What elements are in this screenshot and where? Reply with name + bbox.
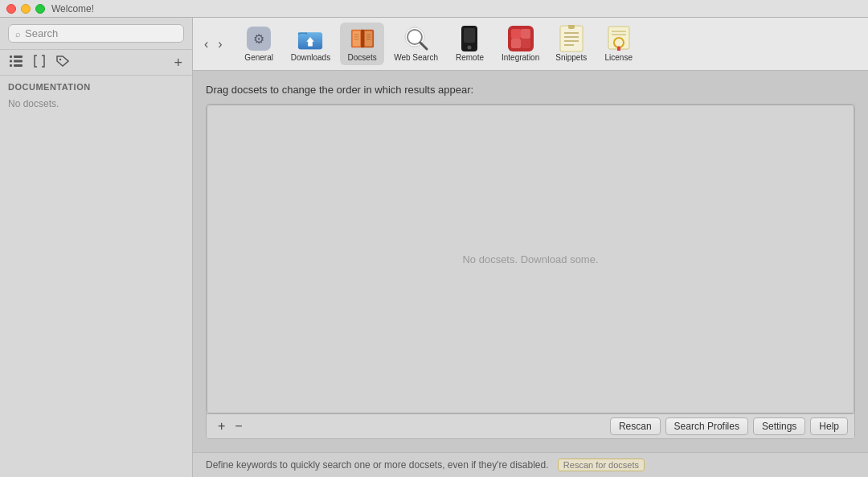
settings-button[interactable]: Settings <box>753 417 805 435</box>
svg-rect-31 <box>521 29 530 39</box>
svg-line-25 <box>420 43 427 49</box>
license-icon <box>606 26 632 51</box>
tag-icon-btn[interactable] <box>55 54 71 71</box>
drag-instruction: Drag docsets to change the order in whic… <box>206 84 855 96</box>
remove-docset-button[interactable]: − <box>230 418 247 434</box>
forward-button[interactable]: › <box>215 35 225 53</box>
docsets-empty-msg: No docsets. Download some. <box>462 253 598 265</box>
toolbar-item-docsets[interactable]: Docsets <box>340 23 384 65</box>
docsets-list-area: No docsets. Download some. <box>207 105 854 413</box>
tab-title: Welcome! <box>51 3 94 14</box>
add-button[interactable]: + <box>172 54 184 72</box>
add-docset-button[interactable]: + <box>213 418 230 434</box>
svg-text:⚙: ⚙ <box>253 32 264 46</box>
toolbar: ‹ › ⚙ General <box>193 18 868 71</box>
downloads-icon <box>297 26 323 51</box>
footer-text: Define keywords to quickly search one or… <box>206 459 549 471</box>
search-input[interactable] <box>25 27 177 39</box>
integration-label: Integration <box>502 53 539 62</box>
bracket-icon <box>34 55 45 68</box>
svg-point-28 <box>468 46 472 50</box>
sidebar-search-bar: ⌕ <box>0 18 192 50</box>
traffic-lights <box>6 4 45 14</box>
svg-rect-1 <box>14 56 23 58</box>
snippets-icon <box>559 26 584 51</box>
general-icon: ⚙ <box>246 26 272 51</box>
sidebar-toolbar: + <box>0 50 192 76</box>
list-icon <box>10 56 23 67</box>
snippets-label: Snippets <box>555 53 587 62</box>
svg-rect-4 <box>10 64 12 67</box>
svg-rect-22 <box>366 39 371 39</box>
rescan-tooltip-chip: Rescan for docsets <box>558 458 645 471</box>
svg-rect-32 <box>511 39 521 48</box>
content-area: ‹ › ⚙ General <box>193 18 868 477</box>
no-docsets-sidebar-msg: No docsets. <box>0 95 192 113</box>
integration-icon <box>508 26 534 51</box>
minimize-button[interactable] <box>21 4 31 14</box>
general-label: General <box>244 53 273 62</box>
toolbar-item-websearch[interactable]: Web Search <box>387 23 444 65</box>
svg-rect-34 <box>560 26 583 51</box>
prefs-panel: Drag docsets to change the order in whic… <box>193 71 868 452</box>
search-icon: ⌕ <box>15 29 21 39</box>
plus-minus-buttons: + − <box>213 418 248 434</box>
bracket-icon-btn[interactable] <box>32 53 47 72</box>
prefs-footer: Define keywords to quickly search one or… <box>193 452 868 477</box>
svg-rect-2 <box>10 60 12 63</box>
svg-rect-16 <box>361 30 364 48</box>
toolbar-item-general[interactable]: ⚙ General <box>237 23 281 65</box>
toolbar-item-integration[interactable]: Integration <box>495 23 546 65</box>
list-icon-btn[interactable] <box>8 54 24 71</box>
back-button[interactable]: ‹ <box>201 35 211 53</box>
action-buttons: Rescan Search Profiles Settings Help <box>610 417 848 435</box>
rescan-button[interactable]: Rescan <box>610 417 661 435</box>
title-bar: Welcome! <box>0 0 868 18</box>
docsets-bottom-bar: + − Rescan Search Profiles Settings Help <box>207 413 854 438</box>
license-label: License <box>605 53 633 62</box>
svg-rect-20 <box>366 34 371 35</box>
svg-rect-39 <box>568 25 575 29</box>
svg-rect-0 <box>10 56 12 58</box>
toolbar-item-downloads[interactable]: Downloads <box>285 23 337 65</box>
svg-rect-30 <box>511 29 521 39</box>
svg-rect-21 <box>366 36 371 37</box>
svg-rect-18 <box>354 36 358 37</box>
docsets-icon <box>350 26 375 51</box>
sidebar: ⌕ <box>0 18 193 477</box>
close-button[interactable] <box>6 4 16 14</box>
svg-rect-17 <box>354 34 358 35</box>
downloads-label: Downloads <box>291 53 330 62</box>
search-wrapper[interactable]: ⌕ <box>8 24 184 43</box>
toolbar-items: ⚙ General <box>237 23 641 65</box>
svg-rect-3 <box>14 60 23 63</box>
svg-rect-33 <box>521 39 530 48</box>
docsets-label: Docsets <box>348 53 377 62</box>
help-button[interactable]: Help <box>810 417 848 435</box>
maximize-button[interactable] <box>35 4 45 14</box>
websearch-label: Web Search <box>394 53 438 62</box>
main-container: ⌕ <box>0 18 868 477</box>
svg-rect-19 <box>354 39 358 39</box>
toolbar-item-remote[interactable]: Remote <box>448 23 492 65</box>
tag-icon <box>56 56 69 67</box>
docsets-list: No docsets. Download some. + − Rescan Se… <box>206 104 855 439</box>
toolbar-item-license[interactable]: License <box>596 23 641 65</box>
nav-arrows: ‹ › <box>201 35 226 53</box>
svg-rect-5 <box>14 64 23 67</box>
search-profiles-button[interactable]: Search Profiles <box>665 417 748 435</box>
documentation-label: DOCUMENTATION <box>0 76 192 95</box>
svg-point-6 <box>59 59 61 60</box>
toolbar-item-snippets[interactable]: Snippets <box>549 23 593 65</box>
remote-icon <box>457 26 482 51</box>
websearch-icon <box>403 26 429 51</box>
svg-rect-27 <box>464 28 475 43</box>
remote-label: Remote <box>456 53 484 62</box>
